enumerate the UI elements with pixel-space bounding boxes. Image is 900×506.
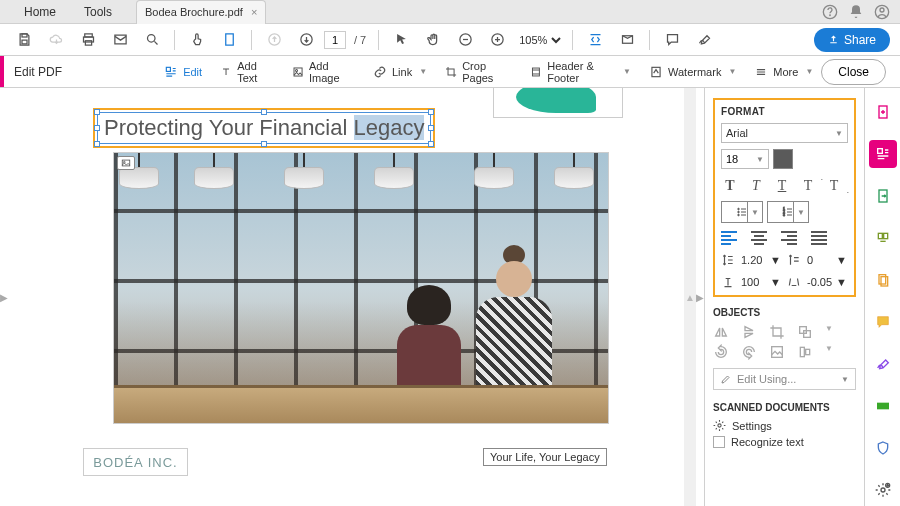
page-display-icon[interactable] <box>215 26 243 54</box>
search-icon[interactable] <box>138 26 166 54</box>
rail-more-tools-icon[interactable] <box>869 476 897 504</box>
email-icon[interactable] <box>106 26 134 54</box>
heading-text[interactable]: Protecting Your Financial Legacy <box>104 115 424 140</box>
rail-create-pdf-icon[interactable] <box>869 98 897 126</box>
touch-mode-icon[interactable] <box>183 26 211 54</box>
document-tab[interactable]: Bodea Brochure.pdf × <box>136 0 266 24</box>
cloud-icon[interactable] <box>42 26 70 54</box>
page-number-input[interactable] <box>324 31 346 49</box>
edit-tool-button[interactable]: Edit <box>156 61 210 83</box>
rail-redact-icon[interactable] <box>869 392 897 420</box>
image-object[interactable] <box>113 152 609 424</box>
rail-comment-icon[interactable] <box>869 308 897 336</box>
logo-object[interactable]: BODÉA INC. <box>83 448 188 476</box>
read-mode-icon[interactable] <box>613 26 641 54</box>
align-right-icon[interactable] <box>781 231 797 245</box>
bold-icon[interactable]: T <box>721 177 739 195</box>
profile-icon[interactable] <box>874 4 890 20</box>
zoom-in-icon[interactable] <box>483 26 511 54</box>
align-left-icon[interactable] <box>721 231 737 245</box>
document-viewport[interactable]: Protecting Your Financial Legacy <box>8 88 684 506</box>
font-color-swatch[interactable] <box>773 149 793 169</box>
svg-point-24 <box>738 208 740 210</box>
resize-handle[interactable] <box>94 141 100 147</box>
underline-icon[interactable]: T <box>773 177 791 195</box>
graphic-object[interactable] <box>493 88 623 118</box>
align-center-icon[interactable] <box>751 231 767 245</box>
comment-icon[interactable] <box>658 26 686 54</box>
superscript-icon[interactable]: T· <box>799 177 817 195</box>
prev-page-icon[interactable] <box>260 26 288 54</box>
line-spacing-input[interactable]: 1.20▼ <box>741 254 781 266</box>
zoom-out-icon[interactable] <box>451 26 479 54</box>
watermark-button[interactable]: Watermark▼ <box>641 61 744 83</box>
next-page-icon[interactable] <box>292 26 320 54</box>
print-icon[interactable] <box>74 26 102 54</box>
rail-fill-sign-icon[interactable] <box>869 350 897 378</box>
vertical-scrollbar[interactable]: ▲ <box>684 88 696 506</box>
svg-rect-33 <box>800 347 804 356</box>
rail-combine-icon[interactable] <box>869 266 897 294</box>
zoom-select[interactable]: 105% <box>515 33 564 47</box>
close-tab-icon[interactable]: × <box>251 6 257 18</box>
resize-handle[interactable] <box>428 125 434 131</box>
rail-export-pdf-icon[interactable] <box>869 182 897 210</box>
bullet-list-button[interactable]: ▼ <box>721 201 763 223</box>
replace-image-icon[interactable] <box>769 344 785 360</box>
help-icon[interactable] <box>822 4 838 20</box>
rotate-ccw-icon[interactable] <box>713 344 729 360</box>
add-image-button[interactable]: Add Image <box>284 56 363 88</box>
para-spacing-input[interactable]: 0▼ <box>807 254 847 266</box>
close-button[interactable]: Close <box>821 59 886 85</box>
save-icon[interactable] <box>10 26 38 54</box>
italic-icon[interactable]: T <box>747 177 765 195</box>
expand-left-icon[interactable]: ▶ <box>0 292 8 303</box>
flip-h-icon[interactable] <box>713 324 729 340</box>
add-text-button[interactable]: Add Text <box>212 56 282 88</box>
header-footer-button[interactable]: Header & Footer▼ <box>522 56 639 88</box>
resize-handle[interactable] <box>94 125 100 131</box>
scanned-settings-button[interactable]: Settings <box>713 419 856 432</box>
rail-protect-icon[interactable] <box>869 434 897 462</box>
menu-tools[interactable]: Tools <box>70 5 126 19</box>
font-family-select[interactable]: Arial▼ <box>721 123 848 143</box>
edit-using-select[interactable]: Edit Using... ▼ <box>713 368 856 390</box>
share-button[interactable]: Share <box>814 28 890 52</box>
char-spacing-input[interactable]: -0.05▼ <box>807 276 847 288</box>
rotate-cw-icon[interactable] <box>741 344 757 360</box>
resize-handle[interactable] <box>428 109 434 115</box>
crop-icon[interactable] <box>769 324 785 340</box>
font-size-select[interactable]: 18▼ <box>721 149 769 169</box>
h-scale-input[interactable]: 100▼ <box>741 276 781 288</box>
char-spacing-icon <box>787 275 801 289</box>
numbered-list-button[interactable]: 123▼ <box>767 201 809 223</box>
resize-handle[interactable] <box>428 141 434 147</box>
hand-icon[interactable] <box>419 26 447 54</box>
recognize-text-checkbox[interactable]: Recognize text <box>713 436 856 448</box>
rail-edit-pdf-icon[interactable] <box>869 140 897 168</box>
tagline-object[interactable]: Your Life, Your Legacy <box>483 448 607 466</box>
fit-width-icon[interactable] <box>581 26 609 54</box>
bell-icon[interactable] <box>848 4 864 20</box>
resize-handle[interactable] <box>94 109 100 115</box>
align-objects-icon[interactable] <box>797 344 813 360</box>
svg-text:3: 3 <box>783 213 785 217</box>
link-button[interactable]: Link▼ <box>365 61 435 83</box>
pointer-icon[interactable] <box>387 26 415 54</box>
more-button[interactable]: More▼ <box>746 61 821 83</box>
rail-organize-icon[interactable] <box>869 224 897 252</box>
flip-v-icon[interactable] <box>741 324 757 340</box>
crop-pages-button[interactable]: Crop Pages <box>437 56 520 88</box>
sign-icon[interactable] <box>690 26 718 54</box>
svg-point-26 <box>738 214 740 216</box>
selected-text-frame[interactable]: Protecting Your Financial Legacy <box>93 108 435 148</box>
align-justify-icon[interactable] <box>811 231 827 245</box>
menu-home[interactable]: Home <box>10 5 70 19</box>
collapse-right-icon[interactable]: ▶ <box>696 292 704 303</box>
subscript-icon[interactable]: T· <box>825 177 843 195</box>
arrange-icon[interactable] <box>797 324 813 340</box>
svg-rect-5 <box>22 40 27 44</box>
properties-panel: FORMAT Arial▼ 18▼ T T T T· T· ▼ 123▼ <box>704 88 864 506</box>
resize-handle[interactable] <box>261 141 267 147</box>
resize-handle[interactable] <box>261 109 267 115</box>
